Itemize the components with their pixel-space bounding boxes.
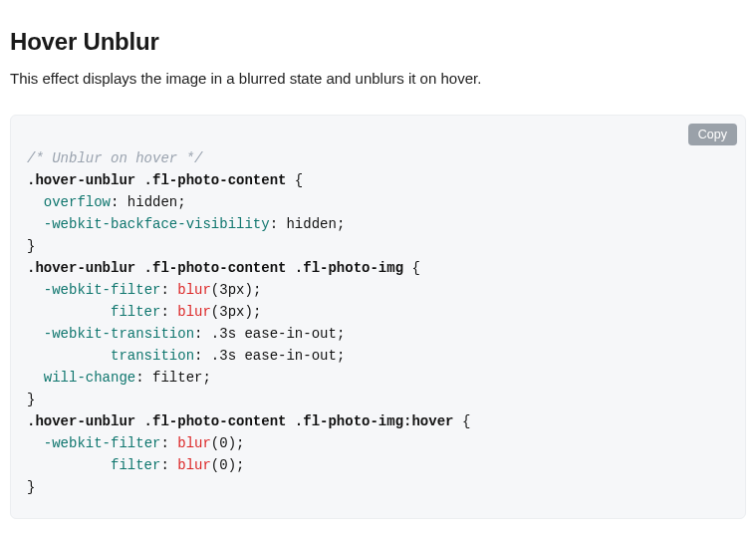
code-content: /* Unblur on hover */ .hover-unblur .fl-… (27, 147, 729, 498)
section-heading: Hover Unblur (10, 28, 746, 56)
section-description: This effect displays the image in a blur… (10, 70, 746, 87)
code-block: Copy /* Unblur on hover */ .hover-unblur… (10, 115, 746, 519)
copy-button[interactable]: Copy (688, 124, 737, 145)
